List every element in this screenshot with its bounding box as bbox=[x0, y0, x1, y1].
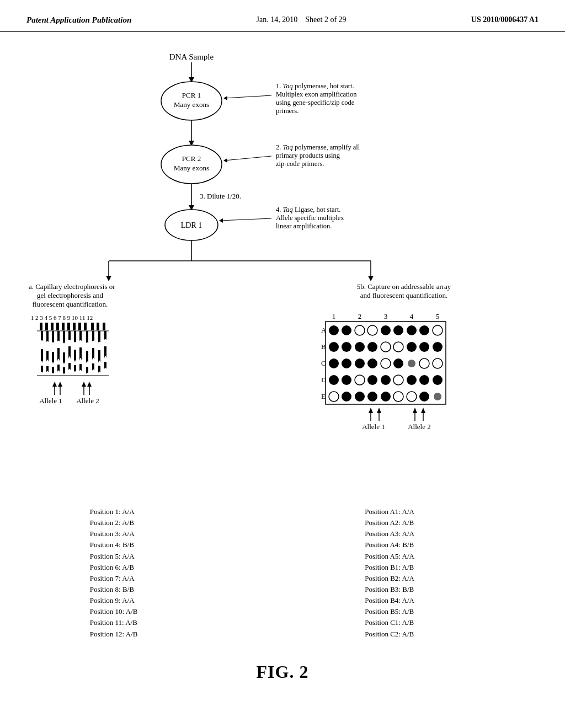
dot-C4 bbox=[408, 360, 415, 367]
pos-right-B4: Position B4: A/A bbox=[365, 595, 475, 606]
dot-A1 bbox=[329, 325, 339, 335]
dot-D1 bbox=[329, 375, 339, 385]
allele1-right-arrow-head bbox=[369, 408, 373, 413]
arrow-note1-head bbox=[223, 96, 227, 100]
dot-B3 bbox=[381, 342, 391, 352]
dot-C3 bbox=[381, 358, 391, 368]
step1-line1: 1. Taq polymerase, hot start. bbox=[276, 82, 354, 90]
svg-rect-4 bbox=[62, 323, 65, 330]
pos-right-B5: Position B5: A/B bbox=[365, 606, 475, 617]
header-right: US 2010/0006437 A1 bbox=[471, 15, 539, 24]
figure-label: FIG. 2 bbox=[0, 662, 565, 682]
dot-A4 bbox=[407, 325, 417, 335]
step5a-line2: gel electrophoresis and bbox=[37, 291, 103, 299]
pcr2-label-line1: PCR 2 bbox=[182, 154, 201, 163]
dot-D2 bbox=[355, 375, 365, 385]
dot-C2 bbox=[355, 358, 365, 368]
step5a-line1: 5a. Capillary electrophoresis or bbox=[29, 282, 115, 291]
col5-label: 5 bbox=[436, 312, 440, 320]
pos-right-A1: Position A1: A/A bbox=[365, 506, 475, 517]
dot-E5 bbox=[434, 393, 441, 400]
svg-rect-3 bbox=[56, 323, 59, 330]
allele1-left-arrow2-head bbox=[58, 382, 62, 387]
dot-A1b bbox=[342, 325, 351, 335]
dot-B5b bbox=[419, 342, 429, 352]
dot-A5b bbox=[419, 325, 429, 335]
step5b-line2: and fluorescent quantification. bbox=[360, 291, 447, 299]
dot-B2 bbox=[355, 342, 365, 352]
pos-left-12: Position 12: A/B bbox=[90, 629, 200, 640]
ldr1-label: LDR 1 bbox=[181, 221, 202, 229]
svg-rect-8 bbox=[84, 323, 87, 330]
svg-rect-6 bbox=[73, 323, 76, 330]
positions-area: Position 1: A/A Position 2: A/B Position… bbox=[26, 506, 539, 640]
arrow-note2 bbox=[225, 156, 271, 160]
pos-right-A2: Position A2: A/B bbox=[365, 517, 475, 528]
pos-left-1: Position 1: A/A bbox=[90, 506, 200, 517]
pos-left-8: Position 8: B/B bbox=[90, 584, 200, 595]
allele2-left-arrow-head bbox=[82, 382, 86, 387]
step4-line3: linear amplification. bbox=[276, 222, 332, 230]
dot-C5b bbox=[419, 358, 429, 368]
arrow-split-right-head bbox=[368, 276, 374, 281]
header-left: Patent Application Publication bbox=[26, 15, 131, 25]
dot-B4b bbox=[393, 342, 403, 352]
step2-line3: zip-code primers. bbox=[276, 160, 324, 168]
allele1-right-label: Allele 1 bbox=[362, 422, 385, 431]
dot-E1b bbox=[342, 392, 351, 402]
arrow-note1 bbox=[225, 95, 271, 98]
dot-E1 bbox=[329, 392, 339, 402]
svg-rect-0 bbox=[40, 323, 42, 330]
step4-line1: 4. Taq Ligase, hot start. bbox=[276, 206, 340, 213]
pcr2-label-line2: Many exons bbox=[174, 164, 209, 172]
svg-rect-1 bbox=[45, 323, 48, 330]
svg-rect-7 bbox=[78, 323, 81, 330]
svg-rect-11 bbox=[103, 323, 105, 330]
dot-C4b bbox=[393, 358, 403, 368]
step2-line2: primary products using bbox=[276, 152, 340, 159]
page-header: Patent Application Publication Jan. 14, … bbox=[0, 0, 565, 32]
dot-A3 bbox=[381, 325, 391, 335]
step5b-line1: 5b. Capture on addressable array bbox=[357, 282, 451, 291]
dot-B3b bbox=[367, 342, 377, 352]
pos-left-2: Position 2: A/B bbox=[90, 517, 200, 528]
dot-B1 bbox=[329, 342, 339, 352]
dot-D1b bbox=[342, 375, 351, 385]
svg-rect-2 bbox=[51, 323, 54, 330]
pos-left-3: Position 3: A/A bbox=[90, 528, 200, 539]
allele1-left-arrow-head bbox=[52, 382, 57, 387]
allele2-right-label: Allele 2 bbox=[408, 422, 431, 431]
step4-line2: Allele specific multiplex bbox=[276, 214, 344, 222]
dot-C1b bbox=[342, 358, 351, 368]
pos-right-A5: Position A5: A/A bbox=[365, 551, 475, 562]
dot-E4 bbox=[407, 392, 417, 402]
step2-line1: 2. Taq polymerase, amplify all bbox=[276, 143, 360, 151]
pos-right-B1: Position B1: A/B bbox=[365, 562, 475, 573]
dot-E5b bbox=[419, 392, 429, 402]
dot-D4b bbox=[393, 375, 403, 385]
arrow-note2-head bbox=[223, 158, 227, 163]
diagram-area: DNA Sample PCR 1 Many exons 1. Taq polym… bbox=[0, 32, 565, 651]
pcr1-label-line1: PCR 1 bbox=[182, 91, 201, 99]
allele2-left-label: Allele 2 bbox=[76, 397, 99, 405]
svg-rect-10 bbox=[97, 323, 99, 330]
dot-D3b bbox=[367, 375, 377, 385]
dot-D5 bbox=[433, 375, 443, 385]
pos-right-A4: Position A4: B/B bbox=[365, 539, 475, 550]
dot-A2 bbox=[355, 325, 365, 335]
pos-left-5: Position 5: A/A bbox=[90, 551, 200, 562]
arrow-note4 bbox=[220, 218, 271, 221]
dot-C5 bbox=[433, 358, 443, 368]
allele2-right-arrow2-head bbox=[421, 408, 425, 413]
dot-E2 bbox=[355, 392, 365, 402]
dot-B5 bbox=[433, 342, 443, 352]
col2-label: 2 bbox=[358, 312, 362, 320]
dot-B4 bbox=[407, 342, 417, 352]
dot-E4b bbox=[393, 392, 403, 402]
pos-right-C1: Position C1: A/B bbox=[365, 617, 475, 628]
rowE-label: E bbox=[321, 392, 326, 400]
positions-right-col: Position A1: A/A Position A2: A/B Positi… bbox=[365, 506, 475, 640]
pos-left-9: Position 9: A/A bbox=[90, 595, 200, 606]
dot-A3b bbox=[367, 325, 377, 335]
step5a-line3: fluorescent quantification. bbox=[33, 300, 108, 308]
